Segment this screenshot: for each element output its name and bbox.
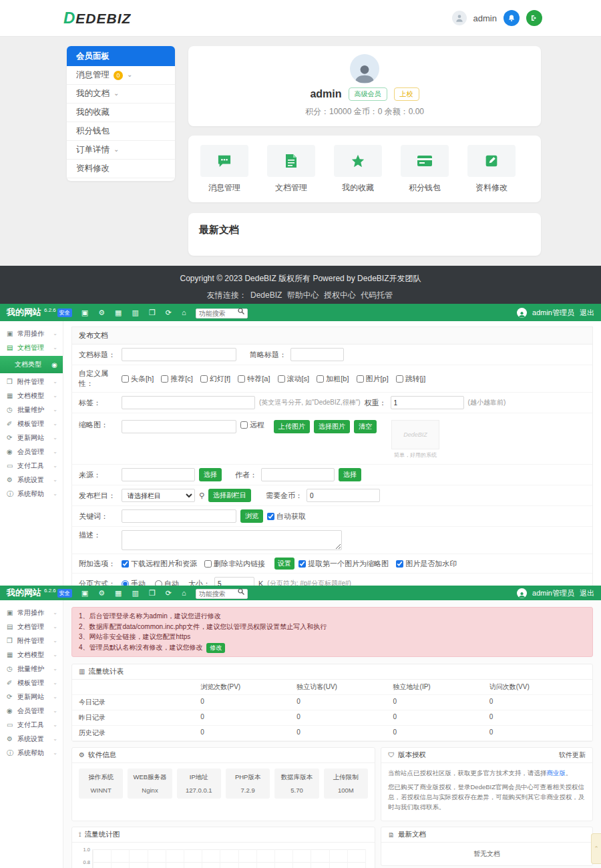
tags-input[interactable]	[122, 396, 255, 409]
admin-username[interactable]: admin管理员	[532, 588, 574, 598]
admin-header-icon[interactable]: ⟳	[166, 308, 172, 317]
remote-checkbox[interactable]	[240, 421, 248, 429]
footer-link-dedebiz[interactable]: DedeBIZ	[250, 290, 282, 300]
auto-fetch-option[interactable]: 自动获取	[267, 511, 306, 521]
footer-link-license[interactable]: 授权中心	[324, 290, 356, 300]
keywords-browse-button[interactable]: 浏览	[240, 509, 263, 523]
software-update-link[interactable]: 软件更新	[559, 750, 586, 760]
admin-header-icon[interactable]: ▦	[115, 308, 122, 317]
doc-title-input[interactable]	[122, 348, 236, 361]
shortcut-edit-profile[interactable]: 资料修改	[467, 145, 516, 202]
weight-input[interactable]	[391, 396, 464, 409]
author-select-button[interactable]: 选择	[339, 468, 361, 481]
thumb-input[interactable]	[122, 420, 236, 433]
commercial-link[interactable]: 商业版	[547, 769, 566, 777]
remote-checkbox-option[interactable]: 远程	[240, 420, 264, 430]
admin-sidebar-active-submenu[interactable]: 文档类型 ◉	[0, 356, 63, 373]
admin-sidebar-item[interactable]: ◷ 批量维护 ⌄	[0, 403, 63, 417]
search-icon[interactable]: ⚲	[199, 491, 204, 500]
shortcut-favorites[interactable]: 我的收藏	[334, 145, 382, 202]
admin-sidebar-item[interactable]: ⚙ 系统设置 ⌄	[0, 732, 63, 746]
member-sidebar-item[interactable]: 订单详情 ⌄	[67, 141, 175, 160]
admin-logout-link[interactable]: 退出	[580, 308, 594, 318]
sub-column-button[interactable]: 选择副栏目	[208, 489, 251, 502]
extra-option[interactable]: 图片是否加水印	[396, 559, 457, 569]
admin-header-icon[interactable]: ▥	[132, 308, 138, 317]
attr-checkbox-option[interactable]: 幻灯[f]	[200, 374, 230, 384]
notifications-button[interactable]	[504, 10, 520, 26]
keywords-input[interactable]	[122, 509, 236, 523]
admin-header-icon[interactable]: ⟳	[166, 589, 172, 598]
extra-option[interactable]: 删除非站内链接	[204, 559, 265, 569]
admin-sidebar-item[interactable]: ⚙ 系统设置 ⌄	[0, 473, 63, 487]
admin-sidebar-item[interactable]: ◷ 批量维护 ⌄	[0, 662, 63, 676]
attr-checkbox-option[interactable]: 跳转[j]	[396, 374, 426, 384]
extra-option[interactable]: 下载远程图片和资源	[122, 559, 197, 569]
member-sidebar-item[interactable]: 消息管理 0 ⌄	[67, 66, 175, 85]
admin-sidebar-item[interactable]: ✐ 模板管理 ⌄	[0, 417, 63, 431]
attr-checkbox-option[interactable]: 推荐[c]	[161, 374, 193, 384]
browse-image-button[interactable]: 选择图片	[314, 420, 350, 433]
admin-username[interactable]: admin管理员	[532, 308, 574, 318]
admin-header-icon[interactable]: ▦	[115, 589, 122, 598]
member-sidebar-item[interactable]: 我的收藏	[67, 103, 175, 122]
admin-sidebar-item[interactable]: ⟳ 更新网站 ⌄	[0, 431, 63, 445]
admin-sidebar-item[interactable]: ▭ 支付工具 ⌄	[0, 718, 63, 732]
shortcut-wallet[interactable]: 积分钱包	[401, 145, 449, 202]
admin-logout-link[interactable]: 退出	[580, 588, 594, 598]
admin-sidebar-item[interactable]: ▦ 文档模型 ⌄	[0, 389, 63, 403]
admin-sidebar-item[interactable]: ▤ 文档管理 ⌄	[0, 620, 63, 634]
attr-checkbox-option[interactable]: 特荐[a]	[238, 374, 270, 384]
profile-avatar[interactable]	[350, 54, 379, 83]
paging-manual-option[interactable]: 手动	[122, 579, 146, 586]
footer-link-code[interactable]: 代码托管	[361, 290, 393, 300]
site-name[interactable]: 我的网站	[7, 587, 41, 599]
logout-button[interactable]	[526, 10, 542, 26]
attr-checkbox-option[interactable]: 头条[h]	[122, 374, 154, 384]
attr-checkbox-option[interactable]: 加粗[b]	[317, 374, 349, 384]
admin-avatar[interactable]	[517, 588, 527, 598]
safe-badge[interactable]: 安全	[57, 589, 72, 598]
admin-sidebar-item[interactable]: ◉ 会员管理 ⌄	[0, 445, 63, 459]
member-sidebar-item[interactable]: 我的文档 ⌄	[67, 85, 175, 103]
admin-header-icon[interactable]: ▥	[132, 589, 138, 598]
attr-checkbox[interactable]	[200, 375, 208, 383]
admin-sidebar-item[interactable]: ◉ 会员管理 ⌄	[0, 704, 63, 718]
auto-fetch-checkbox[interactable]	[267, 513, 274, 520]
alert-modify-button[interactable]: 修改	[206, 643, 225, 653]
search-icon[interactable]	[237, 307, 245, 315]
attr-checkbox[interactable]	[396, 375, 403, 383]
safe-badge[interactable]: 安全	[57, 308, 72, 317]
source-select-button[interactable]: 选择	[199, 468, 222, 481]
attr-checkbox[interactable]	[278, 375, 285, 383]
admin-sidebar-item[interactable]: ❒ 附件管理 ⌄	[0, 375, 63, 389]
attr-checkbox[interactable]	[357, 375, 364, 383]
admin-header-icon[interactable]: ❒	[149, 589, 156, 598]
admin-sidebar-item[interactable]: ▤ 文档管理 ⌄	[0, 341, 63, 355]
coin-input[interactable]	[307, 489, 380, 502]
admin-avatar[interactable]	[517, 308, 527, 318]
admin-header-icon[interactable]: ⌂	[182, 589, 186, 598]
member-sidebar-item[interactable]: 积分钱包	[67, 122, 175, 141]
member-sidebar-item[interactable]: 会员面板	[67, 46, 175, 66]
member-sidebar-item[interactable]: 资料修改	[67, 160, 175, 178]
admin-header-icon[interactable]: ⚙	[98, 308, 105, 317]
site-name[interactable]: 我的网站	[7, 306, 41, 318]
shortcut-documents[interactable]: 文档管理	[267, 145, 315, 202]
attr-checkbox[interactable]	[238, 375, 245, 383]
admin-sidebar-item[interactable]: ❒ 附件管理 ⌄	[0, 634, 63, 648]
paging-size-input[interactable]	[214, 577, 254, 586]
admin-sidebar-item[interactable]: ⟳ 更新网站 ⌄	[0, 690, 63, 704]
author-input[interactable]	[261, 468, 335, 481]
attr-checkbox-option[interactable]: 滚动[s]	[278, 374, 310, 384]
paging-auto-option[interactable]: 自动	[155, 579, 179, 586]
admin-header-icon[interactable]: ❒	[149, 308, 156, 317]
admin-header-icon[interactable]: ▣	[81, 308, 88, 317]
column-select[interactable]: 请选择栏目	[122, 489, 195, 502]
admin-header-icon[interactable]: ▣	[81, 589, 88, 598]
watermark-settings-button[interactable]: 设置	[274, 558, 294, 570]
clear-image-button[interactable]: 清空	[354, 420, 377, 433]
admin-sidebar-item[interactable]: ▦ 文档模型 ⌄	[0, 648, 63, 662]
admin-header-icon[interactable]: ⚙	[98, 589, 105, 598]
shortcut-messages[interactable]: 消息管理	[200, 145, 248, 202]
